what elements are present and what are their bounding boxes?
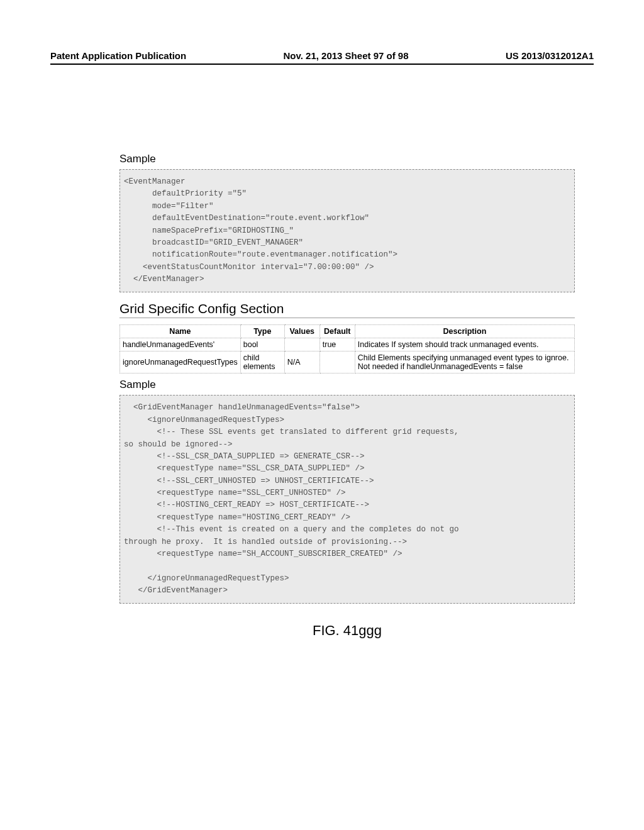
table-header-row: Name Type Values Default Description bbox=[120, 325, 575, 338]
header-left: Patent Application Publication bbox=[50, 50, 186, 61]
cell-name: handleUnmanagedEvents' bbox=[120, 338, 241, 351]
table-row: handleUnmanagedEvents' bool true Indicat… bbox=[120, 338, 575, 351]
cell-description: Indicates If system should track unmanag… bbox=[355, 338, 574, 351]
sample1-heading: Sample bbox=[119, 153, 575, 165]
cell-values: N/A bbox=[284, 351, 319, 374]
cell-default bbox=[319, 351, 355, 374]
page-header: Patent Application Publication Nov. 21, … bbox=[50, 50, 594, 65]
figure-label: FIG. 41ggg bbox=[119, 622, 575, 639]
cell-name: ignoreUnmanagedRequestTypes bbox=[120, 351, 241, 374]
th-default: Default bbox=[319, 325, 355, 338]
th-type: Type bbox=[240, 325, 284, 338]
header-right: US 2013/0312012A1 bbox=[506, 50, 594, 61]
th-values: Values bbox=[284, 325, 319, 338]
sample2-heading: Sample bbox=[119, 379, 575, 391]
sample1-code-block: <EventManager defaultPriority ="5" mode=… bbox=[119, 169, 575, 292]
cell-description: Child Elements specifying unmanaged even… bbox=[355, 351, 574, 374]
content-area: Sample <EventManager defaultPriority ="5… bbox=[119, 153, 575, 639]
table-row: ignoreUnmanagedRequestTypes child elemen… bbox=[120, 351, 575, 374]
cell-type: child elements bbox=[240, 351, 284, 374]
th-name: Name bbox=[120, 325, 241, 338]
th-description: Description bbox=[355, 325, 574, 338]
page: Patent Application Publication Nov. 21, … bbox=[0, 0, 644, 639]
section-title: Grid Specific Config Section bbox=[119, 301, 575, 318]
header-center: Nov. 21, 2013 Sheet 97 of 98 bbox=[284, 50, 409, 61]
cell-type: bool bbox=[240, 338, 284, 351]
sample2-code-block: <GridEventManager handleUnmanagedEvents=… bbox=[119, 395, 575, 604]
cell-default: true bbox=[319, 338, 355, 351]
cell-values bbox=[284, 338, 319, 351]
config-table: Name Type Values Default Description han… bbox=[119, 324, 575, 374]
